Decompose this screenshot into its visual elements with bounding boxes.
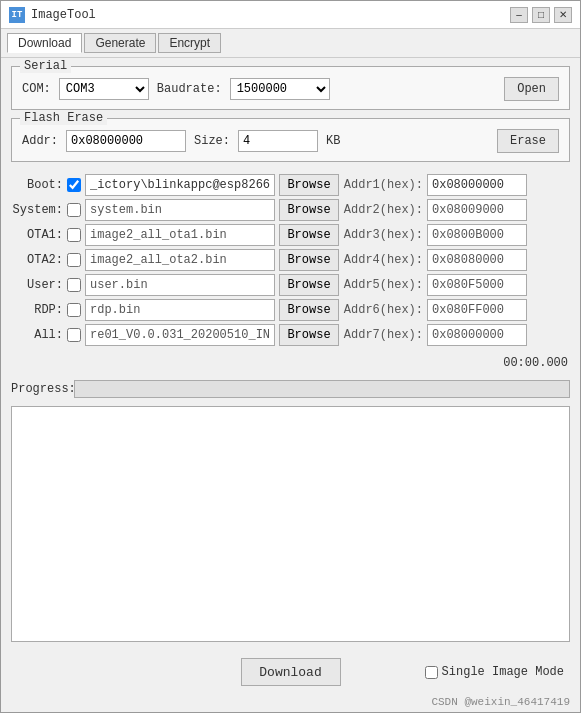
- com-label: COM:: [22, 82, 51, 96]
- file-label-6: All:: [11, 328, 63, 342]
- file-row: Boot: Browse Addr1(hex):: [11, 174, 570, 196]
- main-content: Serial COM: COM3 COM1 COM2 COM4 Baudrate…: [1, 58, 580, 650]
- browse-button-4[interactable]: Browse: [279, 274, 339, 296]
- timer-display: 00:00.000: [503, 356, 568, 370]
- open-button[interactable]: Open: [504, 77, 559, 101]
- browse-button-6[interactable]: Browse: [279, 324, 339, 346]
- addr-input[interactable]: [66, 130, 186, 152]
- file-section: Boot: Browse Addr1(hex): System: Browse …: [11, 174, 570, 346]
- window-title: ImageTool: [31, 8, 96, 22]
- file-input-5[interactable]: [85, 299, 275, 321]
- close-button[interactable]: ✕: [554, 7, 572, 23]
- tab-download[interactable]: Download: [7, 33, 82, 53]
- flash-erase-label: Flash Erase: [20, 111, 107, 125]
- file-checkbox-0[interactable]: [67, 178, 81, 192]
- file-label-1: System:: [11, 203, 63, 217]
- addr-label-4: Addr5(hex):: [343, 278, 423, 292]
- flash-erase-group: Flash Erase Addr: Size: KB Erase: [11, 118, 570, 162]
- addr-label-0: Addr1(hex):: [343, 178, 423, 192]
- serial-row: COM: COM3 COM1 COM2 COM4 Baudrate: 15000…: [22, 77, 559, 101]
- file-label-2: OTA1:: [11, 228, 63, 242]
- progress-row: Progress:: [11, 380, 570, 398]
- file-row: RDP: Browse Addr6(hex):: [11, 299, 570, 321]
- serial-group: Serial COM: COM3 COM1 COM2 COM4 Baudrate…: [11, 66, 570, 110]
- com-select[interactable]: COM3 COM1 COM2 COM4: [59, 78, 149, 100]
- addr-label-6: Addr7(hex):: [343, 328, 423, 342]
- download-button[interactable]: Download: [241, 658, 341, 686]
- title-bar: IT ImageTool – □ ✕: [1, 1, 580, 29]
- timer-row: 00:00.000: [11, 356, 570, 370]
- file-checkbox-3[interactable]: [67, 253, 81, 267]
- addr-label: Addr:: [22, 134, 58, 148]
- addr-val-input-6[interactable]: [427, 324, 527, 346]
- addr-label-5: Addr6(hex):: [343, 303, 423, 317]
- file-checkbox-4[interactable]: [67, 278, 81, 292]
- file-input-0[interactable]: [85, 174, 275, 196]
- file-row: OTA2: Browse Addr4(hex):: [11, 249, 570, 271]
- menu-bar: Download Generate Encrypt: [1, 29, 580, 58]
- file-checkbox-5[interactable]: [67, 303, 81, 317]
- addr-label-1: Addr2(hex):: [343, 203, 423, 217]
- browse-button-5[interactable]: Browse: [279, 299, 339, 321]
- file-row: System: Browse Addr2(hex):: [11, 199, 570, 221]
- file-row: OTA1: Browse Addr3(hex):: [11, 224, 570, 246]
- maximize-button[interactable]: □: [532, 7, 550, 23]
- addr-label-2: Addr3(hex):: [343, 228, 423, 242]
- browse-button-1[interactable]: Browse: [279, 199, 339, 221]
- flash-erase-row: Addr: Size: KB Erase: [22, 129, 559, 153]
- baud-label: Baudrate:: [157, 82, 222, 96]
- footer: CSDN @weixin_46417419: [1, 694, 580, 712]
- app-icon: IT: [9, 7, 25, 23]
- file-checkbox-1[interactable]: [67, 203, 81, 217]
- serial-group-label: Serial: [20, 59, 71, 73]
- title-bar-left: IT ImageTool: [9, 7, 96, 23]
- file-label-4: User:: [11, 278, 63, 292]
- file-input-6[interactable]: [85, 324, 275, 346]
- file-input-3[interactable]: [85, 249, 275, 271]
- addr-val-input-4[interactable]: [427, 274, 527, 296]
- file-row: User: Browse Addr5(hex):: [11, 274, 570, 296]
- minimize-button[interactable]: –: [510, 7, 528, 23]
- addr-val-input-3[interactable]: [427, 249, 527, 271]
- file-label-3: OTA2:: [11, 253, 63, 267]
- browse-button-3[interactable]: Browse: [279, 249, 339, 271]
- file-label-5: RDP:: [11, 303, 63, 317]
- file-checkbox-2[interactable]: [67, 228, 81, 242]
- single-image-row: Single Image Mode: [425, 665, 564, 679]
- addr-val-input-2[interactable]: [427, 224, 527, 246]
- addr-val-input-1[interactable]: [427, 199, 527, 221]
- log-area[interactable]: [11, 406, 570, 642]
- file-row: All: Browse Addr7(hex):: [11, 324, 570, 346]
- kb-label: KB: [326, 134, 340, 148]
- file-label-0: Boot:: [11, 178, 63, 192]
- single-image-label: Single Image Mode: [442, 665, 564, 679]
- size-input[interactable]: [238, 130, 318, 152]
- file-input-4[interactable]: [85, 274, 275, 296]
- single-image-checkbox[interactable]: [425, 666, 438, 679]
- main-window: IT ImageTool – □ ✕ Download Generate Enc…: [0, 0, 581, 713]
- baud-select[interactable]: 1500000 921600 460800 115200: [230, 78, 330, 100]
- browse-button-0[interactable]: Browse: [279, 174, 339, 196]
- file-input-1[interactable]: [85, 199, 275, 221]
- tab-encrypt[interactable]: Encrypt: [158, 33, 221, 53]
- progress-bar-container: [74, 380, 570, 398]
- file-input-2[interactable]: [85, 224, 275, 246]
- title-controls: – □ ✕: [510, 7, 572, 23]
- addr-val-input-0[interactable]: [427, 174, 527, 196]
- addr-label-3: Addr4(hex):: [343, 253, 423, 267]
- browse-button-2[interactable]: Browse: [279, 224, 339, 246]
- progress-label: Progress:: [11, 382, 66, 396]
- bottom-bar: Download Single Image Mode: [1, 650, 580, 694]
- erase-button[interactable]: Erase: [497, 129, 559, 153]
- size-label: Size:: [194, 134, 230, 148]
- footer-text: CSDN @weixin_46417419: [431, 696, 570, 708]
- file-checkbox-6[interactable]: [67, 328, 81, 342]
- tab-generate[interactable]: Generate: [84, 33, 156, 53]
- addr-val-input-5[interactable]: [427, 299, 527, 321]
